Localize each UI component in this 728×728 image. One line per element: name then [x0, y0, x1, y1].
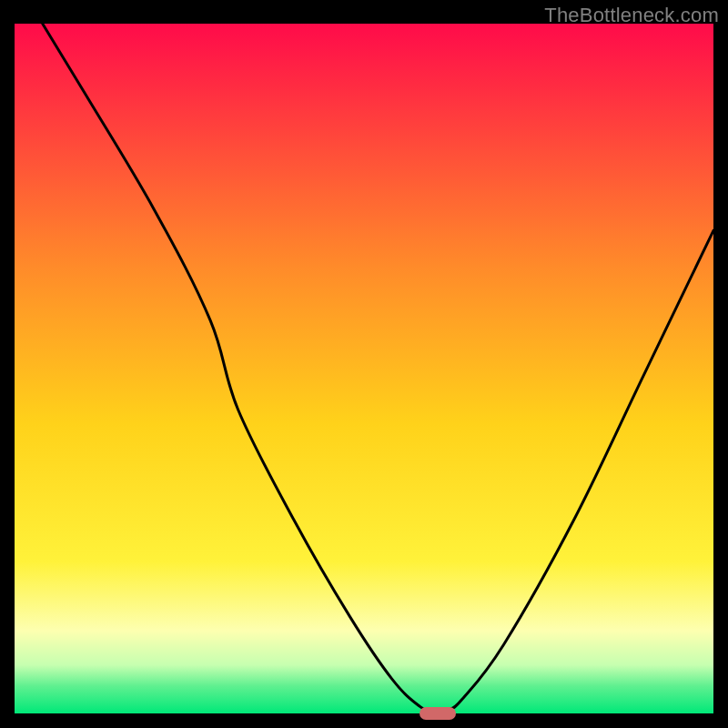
minimum-marker	[420, 707, 456, 720]
chart-area	[15, 24, 713, 713]
gradient-background	[15, 24, 713, 713]
chart-svg	[15, 24, 713, 713]
chart-container: TheBottleneck.com	[0, 0, 728, 728]
watermark-text: TheBottleneck.com	[544, 4, 719, 27]
